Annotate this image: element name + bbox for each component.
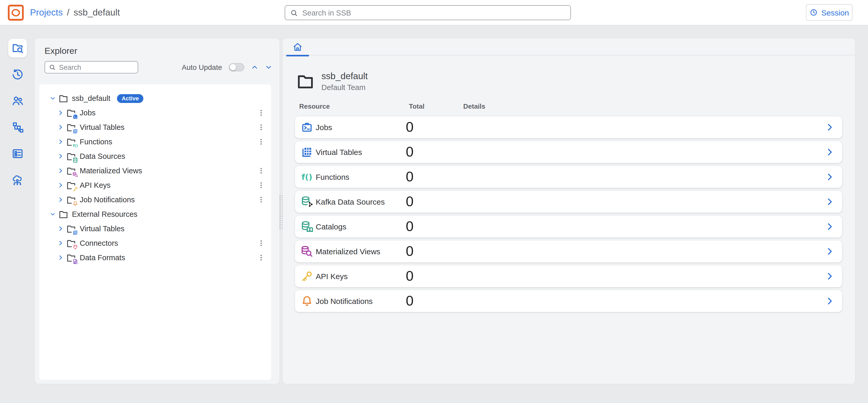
chevron-right-icon[interactable] — [825, 147, 834, 157]
kebab-menu-icon[interactable] — [257, 123, 265, 131]
chevron-right-icon[interactable] — [58, 110, 64, 116]
global-search-input[interactable] — [302, 8, 566, 17]
job-notifications-folder-icon — [66, 195, 76, 204]
chevron-right-icon[interactable] — [58, 153, 64, 159]
chevron-down-icon[interactable] — [50, 95, 56, 101]
folder-icon — [59, 94, 68, 103]
chevron-right-icon[interactable] — [58, 197, 64, 203]
api-keys-folder-icon — [66, 181, 76, 190]
tree-item[interactable]: Materialized Views — [39, 164, 271, 178]
chevron-right-icon[interactable] — [58, 124, 64, 130]
svg-text:f(): f() — [302, 172, 312, 181]
catalogs-icon — [301, 221, 313, 233]
jobs-folder-icon — [66, 108, 76, 117]
chevron-right-icon[interactable] — [825, 272, 834, 281]
virtual-tables-icon — [301, 146, 313, 158]
chevron-right-icon[interactable] — [58, 226, 64, 232]
chevron-right-icon[interactable] — [58, 168, 64, 174]
tree-item[interactable]: Data Sources — [39, 149, 271, 164]
sidebar-item-lineage[interactable] — [8, 118, 27, 137]
resource-row[interactable]: Job Notifications 0 — [295, 290, 842, 312]
team-name: ssb_default — [321, 71, 368, 82]
sidebar-item-forms[interactable] — [8, 144, 27, 163]
sidebar-item-explorer[interactable] — [8, 39, 27, 58]
sidebar-item-history[interactable] — [8, 65, 27, 84]
tree-item[interactable]: ssb_default Active — [39, 91, 271, 105]
table-header-row: Resource Total Details — [283, 102, 855, 111]
tree-item[interactable]: API Keys — [39, 178, 271, 193]
home-icon — [292, 42, 303, 52]
tree-item-label: Materialized Views — [80, 167, 142, 175]
tree-item-label: Connectors — [80, 239, 118, 247]
job-notifications-icon — [301, 295, 313, 307]
chevron-right-icon[interactable] — [825, 123, 834, 132]
kebab-menu-icon[interactable] — [257, 109, 265, 116]
tree-item[interactable]: Job Notifications — [39, 193, 271, 207]
column-header-resource: Resource — [299, 102, 330, 110]
tree-item[interactable]: Virtual Tables — [39, 120, 271, 135]
kebab-menu-icon[interactable] — [257, 138, 265, 146]
resource-row[interactable]: API Keys 0 — [295, 265, 842, 287]
folder-icon — [59, 210, 68, 219]
kebab-menu-icon[interactable] — [257, 196, 265, 204]
resource-label: Virtual Tables — [316, 148, 362, 157]
workspace: Explorer Auto Update ssb_default Active … — [0, 25, 868, 403]
resource-row[interactable]: Jobs 0 — [295, 116, 842, 138]
chevron-right-icon[interactable] — [825, 296, 834, 306]
explorer-panel: Explorer Auto Update ssb_default Active … — [35, 38, 279, 384]
kebab-menu-icon[interactable] — [257, 239, 265, 247]
tree-item[interactable]: External Resources — [39, 207, 271, 222]
tab-home[interactable] — [286, 38, 309, 55]
kebab-menu-icon[interactable] — [257, 181, 265, 189]
materialized-views-folder-icon — [66, 166, 76, 175]
chevron-right-icon[interactable] — [825, 247, 834, 256]
resource-row[interactable]: Materialized Views 0 — [295, 241, 842, 262]
resource-total: 0 — [406, 144, 413, 160]
tree-item-label: Job Notifications — [80, 196, 135, 204]
expand-all-button[interactable] — [265, 64, 272, 71]
kebab-menu-icon[interactable] — [257, 254, 265, 262]
chevron-right-icon[interactable] — [825, 197, 834, 206]
breadcrumb-projects-link[interactable]: Projects — [30, 7, 63, 18]
tree-item[interactable]: Data Formats — [39, 250, 271, 265]
kebab-menu-icon[interactable] — [257, 167, 265, 175]
tree-item[interactable]: Virtual Tables — [39, 222, 271, 236]
tree-item-label: Data Sources — [80, 152, 125, 160]
breadcrumb-current: ssb_default — [73, 7, 120, 18]
chevron-right-icon[interactable] — [58, 182, 64, 188]
resource-row[interactable]: Catalogs 0 — [295, 216, 842, 237]
chevron-right-icon[interactable] — [58, 255, 64, 261]
icon-rail — [0, 25, 35, 403]
collapse-all-button[interactable] — [251, 64, 258, 71]
chevron-right-icon[interactable] — [825, 172, 834, 181]
explorer-search-icon — [11, 42, 24, 54]
auto-update-toggle[interactable] — [229, 63, 244, 71]
top-bar: Projects / ssb_default Session — [0, 0, 868, 25]
session-button[interactable]: Session — [806, 4, 852, 21]
forms-icon — [11, 147, 24, 160]
resource-total: 0 — [406, 194, 413, 210]
sidebar-item-teams[interactable] — [8, 92, 27, 110]
chevron-right-icon[interactable] — [58, 139, 64, 145]
resource-row[interactable]: f() Functions 0 — [295, 166, 842, 188]
auto-update-label: Auto Update — [182, 63, 222, 71]
resource-label: Jobs — [316, 123, 332, 132]
tree-item[interactable]: Jobs — [39, 105, 271, 120]
chevron-down-icon[interactable] — [50, 211, 56, 217]
explorer-search-input[interactable] — [59, 63, 134, 71]
tree-item[interactable]: f() Functions — [39, 135, 271, 149]
breadcrumb: Projects / ssb_default — [30, 0, 120, 25]
search-icon — [49, 64, 56, 71]
data-sources-folder-icon — [66, 152, 76, 161]
functions-icon: f() — [301, 171, 313, 183]
kafka-data-sources-icon — [301, 196, 313, 208]
sidebar-item-cloud-services[interactable] — [8, 171, 27, 189]
team-folder-icon — [297, 73, 314, 89]
chevron-right-icon[interactable] — [58, 240, 64, 246]
tab-bar — [283, 38, 855, 55]
resource-row[interactable]: Virtual Tables 0 — [295, 141, 842, 163]
connectors-folder-icon — [66, 239, 76, 247]
tree-item[interactable]: Connectors — [39, 236, 271, 250]
resource-row[interactable]: Kafka Data Sources 0 — [295, 191, 842, 213]
chevron-right-icon[interactable] — [825, 222, 834, 231]
